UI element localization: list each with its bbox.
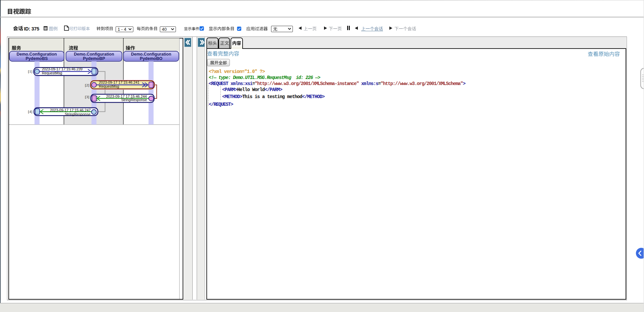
svg-text:PydemoBS: PydemoBS [26,56,48,61]
svg-text:[4]: [4] [28,109,32,113]
svg-text:2023-09-17 17:15:46.241: 2023-09-17 17:15:46.241 [99,80,139,84]
svg-text:2023-09-17 17:15:46.239: 2023-09-17 17:15:46.239 [42,67,82,71]
svg-text:2023-09-17 17:15:46.247: 2023-09-17 17:15:46.247 [50,108,90,112]
svg-text:Demo.Configuration: Demo.Configuration [131,52,171,57]
svg-text:[3]: [3] [85,95,89,99]
svg-text:StringResponse: StringResponse [121,98,147,102]
svg-text:[1]: [1] [28,69,32,73]
svg-text:Demo.Configuration: Demo.Configuration [16,52,57,57]
svg-text:RequestMsg: RequestMsg [99,84,119,88]
svg-text:[2]: [2] [85,83,89,87]
svg-text:Demo.Configuration: Demo.Configuration [74,52,114,57]
svg-text:RequestMsg: RequestMsg [42,71,62,75]
svg-text:PydemoBP: PydemoBP [83,56,105,61]
svg-text:PydemoBO: PydemoBO [140,56,163,61]
svg-text:StringResponse: StringResponse [65,112,90,116]
